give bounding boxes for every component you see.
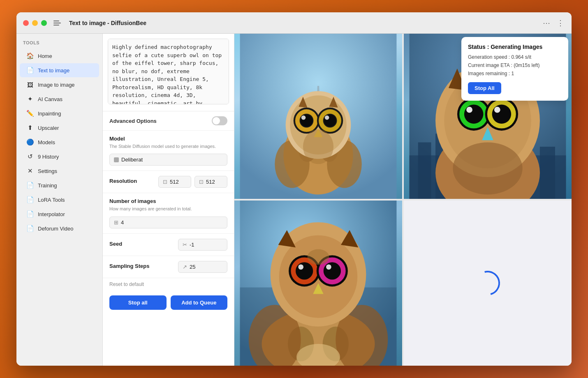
svg-point-24 (303, 129, 333, 164)
resolution-row: Resolution ⊡ 512 ⊡ 512 (109, 176, 227, 188)
seed-input[interactable]: ✂ -1 (178, 239, 227, 251)
num-images-input[interactable]: ⊞ 4 (109, 217, 227, 228)
sidebar-item-training[interactable]: 📄 Training (20, 178, 99, 192)
reset-link[interactable]: Reset to default (103, 278, 234, 290)
sampling-row: Sampling Steps ↗ 25 (109, 261, 227, 273)
sidebar-item-lora-tools[interactable]: 📄 LoRA Tools (20, 193, 99, 207)
prompt-textarea[interactable]: Highly defined macrophotography selfie o… (108, 39, 229, 104)
minimize-button[interactable] (32, 20, 38, 26)
sampling-icon: ↗ (183, 264, 187, 270)
sidebar-item-image-to-image[interactable]: 🖼 Image to image (20, 78, 99, 92)
model-field-group: Model The Stable Diffusion model used to… (103, 131, 234, 171)
resolution-height-input[interactable]: ⊡ 512 (194, 176, 227, 188)
add-to-queue-button[interactable]: Add to Queue (171, 295, 228, 310)
status-popup: Status : Generating Images Generation sp… (461, 37, 568, 101)
sidebar-item-models[interactable]: 🔵 Models (20, 135, 99, 149)
titlebar-actions: ⋯ ⋮ (542, 18, 565, 28)
num-images-label: Number of images (109, 198, 227, 204)
svg-point-37 (464, 104, 484, 124)
sidebar-item-upscaler-label: Upscaler (38, 125, 59, 131)
advanced-options-label: Advanced Options (109, 118, 157, 124)
sidebar-item-interpolator-label: Interpolator (38, 211, 65, 217)
image-cell-3[interactable] (234, 201, 402, 366)
sidebar-item-home[interactable]: 🏠 Home (20, 49, 99, 63)
settings-panel: Highly defined macrophotography selfie o… (103, 34, 234, 366)
resolution-inputs: ⊡ 512 ⊡ 512 (158, 176, 227, 188)
window-title: Text to image - DiffusionBee (69, 20, 146, 26)
sidebar-item-interpolator[interactable]: 📄 Interpolator (20, 207, 99, 221)
sidebar-toggle-button[interactable] (53, 18, 63, 28)
sidebar-item-history-label: 9 History (38, 154, 59, 160)
lora-icon: 📄 (26, 196, 34, 203)
close-button[interactable] (23, 20, 29, 26)
image-cell-4 (404, 201, 572, 366)
window-options-button[interactable]: ⋯ (542, 18, 551, 28)
more-options-button[interactable]: ⋮ (556, 18, 565, 28)
main-window: Text to image - DiffusionBee ⋯ ⋮ Tools 🏠… (16, 12, 572, 366)
sidebar-item-models-label: Models (38, 139, 55, 145)
svg-point-63 (326, 265, 331, 270)
settings-icon: ✕ (26, 167, 34, 175)
main-layout: Tools 🏠 Home 📄 Text to image 🖼 Image to … (16, 34, 572, 366)
image-cell-1[interactable] (234, 34, 402, 199)
training-icon: 📄 (26, 182, 34, 189)
status-stop-all-button[interactable]: Stop All (468, 82, 501, 94)
seed-field-group: Seed ✂ -1 (103, 234, 234, 256)
deforum-icon: 📄 (26, 225, 34, 232)
sidebar-item-text-to-image[interactable]: 📄 Text to image (20, 63, 99, 77)
resolution-width-input[interactable]: ⊡ 512 (158, 176, 191, 188)
resolution-height-value: 512 (206, 179, 215, 185)
models-icon: 🔵 (26, 138, 34, 146)
advanced-options-toggle[interactable] (212, 116, 227, 125)
model-icon (114, 157, 119, 162)
svg-point-62 (324, 262, 341, 279)
svg-point-42 (494, 107, 500, 113)
seed-label: Seed (109, 241, 122, 247)
sampling-input[interactable]: ↗ 25 (178, 261, 227, 273)
sampling-label: Sampling Steps (109, 263, 150, 269)
sidebar-item-settings-label: Settings (38, 168, 57, 174)
sidebar-item-upscaler[interactable]: ⬆ Upscaler (20, 121, 99, 135)
generation-speed-row: Generation speed : 0.964 s/it (468, 54, 562, 60)
upscaler-icon: ⬆ (26, 124, 34, 131)
remaining-value: 1 (511, 71, 514, 76)
num-images-description: How many images are generated in total. (109, 206, 227, 212)
maximize-button[interactable] (41, 20, 47, 26)
action-buttons: Stop all Add to Queue (103, 290, 234, 315)
sidebar: Tools 🏠 Home 📄 Text to image 🖼 Image to … (16, 34, 103, 366)
stop-all-button[interactable]: Stop all (109, 295, 167, 310)
tools-label: Tools (16, 40, 102, 48)
num-images-control: ⊞ 4 (109, 217, 227, 228)
seed-icon: ✂ (183, 242, 187, 248)
model-input[interactable]: Deliberat (109, 154, 227, 166)
sidebar-item-deforum-video[interactable]: 📄 Deforum Video (20, 221, 99, 235)
titlebar: Text to image - DiffusionBee ⋯ ⋮ (16, 12, 572, 34)
model-value: Deliberat (121, 157, 143, 163)
sidebar-item-history[interactable]: ↺ 9 History (20, 150, 99, 164)
model-control: Deliberat (109, 154, 227, 166)
traffic-lights (23, 20, 47, 26)
sampling-value: 25 (190, 264, 195, 270)
svg-point-65 (308, 249, 329, 265)
sidebar-item-image-to-image-label: Image to image (38, 82, 75, 88)
interpolator-icon: 📄 (26, 210, 34, 218)
resolution-field-group: Resolution ⊡ 512 ⊡ 512 (103, 171, 234, 193)
owl-image-3 (234, 201, 402, 366)
sidebar-item-home-label: Home (38, 53, 52, 59)
sampling-field-group: Sampling Steps ↗ 25 (103, 256, 234, 278)
owl-image-1 (234, 34, 402, 199)
eta-row: Current image ETA : (0m15s left) (468, 62, 562, 68)
image-grid: Status : Generating Images Generation sp… (234, 34, 572, 366)
seed-row: Seed ✂ -1 (109, 239, 227, 251)
eta-value: (0m15s left) (514, 62, 539, 68)
sidebar-item-deforum-label: Deforum Video (38, 226, 73, 232)
seed-value: -1 (190, 242, 194, 248)
sidebar-item-inpainting[interactable]: ✏️ Inpainting (20, 106, 99, 120)
svg-point-44 (453, 142, 522, 194)
svg-rect-29 (540, 147, 555, 199)
sidebar-item-ai-canvas[interactable]: ✦ AI Canvas (20, 92, 99, 106)
text-to-image-icon: 📄 (26, 67, 34, 74)
resolution-width-value: 512 (170, 179, 179, 185)
sidebar-item-settings[interactable]: ✕ Settings (20, 164, 99, 178)
width-icon: ⊡ (163, 179, 167, 185)
